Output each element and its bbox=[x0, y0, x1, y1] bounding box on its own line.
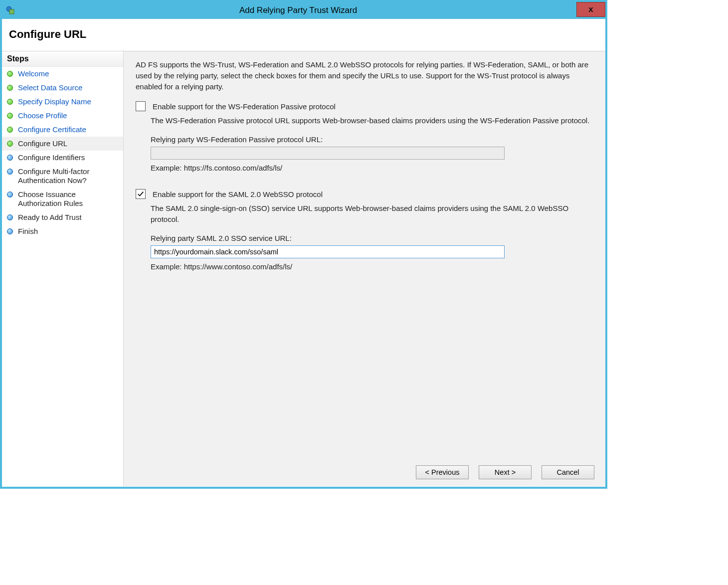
wsfed-description: The WS-Federation Passive protocol URL s… bbox=[151, 115, 593, 126]
step-bullet-icon bbox=[7, 71, 13, 77]
app-icon bbox=[6, 6, 15, 15]
step-choose-profile[interactable]: Choose Profile bbox=[2, 109, 123, 123]
step-choose-issuance-authorization-rules: Choose Issuance Authorization Rules bbox=[2, 188, 123, 210]
step-label: Configure Identifiers bbox=[18, 153, 118, 162]
step-specify-display-name[interactable]: Specify Display Name bbox=[2, 95, 123, 109]
step-label: Ready to Add Trust bbox=[18, 213, 118, 222]
step-label: Configure URL bbox=[18, 139, 118, 148]
close-button[interactable]: x bbox=[576, 2, 605, 17]
step-bullet-icon bbox=[7, 85, 13, 91]
step-configure-url: Configure URL bbox=[2, 137, 123, 151]
wizard-body: Steps WelcomeSelect Data SourceSpecify D… bbox=[2, 51, 605, 486]
steps-header: Steps bbox=[2, 51, 123, 67]
window-title: Add Relying Party Trust Wizard bbox=[21, 5, 605, 15]
wsfed-url-input[interactable] bbox=[151, 147, 505, 160]
step-bullet-icon bbox=[7, 155, 13, 161]
next-button[interactable]: Next > bbox=[479, 465, 532, 479]
step-bullet-icon bbox=[7, 169, 13, 175]
step-label: Finish bbox=[18, 227, 118, 236]
page-header: Configure URL bbox=[2, 19, 605, 51]
step-configure-certificate[interactable]: Configure Certificate bbox=[2, 123, 123, 137]
content-panel: AD FS supports the WS-Trust, WS-Federati… bbox=[124, 51, 605, 486]
svg-rect-1 bbox=[9, 9, 14, 14]
step-label: Choose Issuance Authorization Rules bbox=[18, 190, 118, 208]
saml-checkbox-label: Enable support for the SAML 2.0 WebSSO p… bbox=[153, 190, 323, 198]
step-bullet-icon bbox=[7, 127, 13, 133]
step-label: Welcome bbox=[18, 69, 118, 78]
step-select-data-source[interactable]: Select Data Source bbox=[2, 81, 123, 95]
step-ready-to-add-trust: Ready to Add Trust bbox=[2, 210, 123, 224]
titlebar: Add Relying Party Trust Wizard x bbox=[2, 2, 605, 19]
saml-url-input[interactable] bbox=[151, 245, 505, 258]
wsfed-checkbox[interactable] bbox=[136, 101, 146, 111]
step-configure-identifiers: Configure Identifiers bbox=[2, 151, 123, 165]
wsfed-example: Example: https://fs.contoso.com/adfs/ls/ bbox=[151, 164, 593, 172]
step-label: Configure Certificate bbox=[18, 125, 118, 134]
step-bullet-icon bbox=[7, 141, 13, 147]
page-title: Configure URL bbox=[9, 28, 598, 41]
saml-section: Enable support for the SAML 2.0 WebSSO p… bbox=[136, 189, 593, 271]
steps-sidebar: Steps WelcomeSelect Data SourceSpecify D… bbox=[2, 51, 124, 486]
saml-checkbox[interactable] bbox=[136, 189, 146, 199]
step-label: Select Data Source bbox=[18, 83, 118, 92]
step-bullet-icon bbox=[7, 214, 13, 220]
cancel-button[interactable]: Cancel bbox=[542, 465, 594, 479]
step-label: Specify Display Name bbox=[18, 97, 118, 106]
wsfed-checkbox-label: Enable support for the WS-Federation Pas… bbox=[153, 102, 336, 111]
step-label: Choose Profile bbox=[18, 111, 118, 120]
step-finish: Finish bbox=[2, 224, 123, 238]
wsfed-section: Enable support for the WS-Federation Pas… bbox=[136, 101, 593, 172]
saml-example: Example: https://www.contoso.com/adfs/ls… bbox=[151, 262, 593, 271]
saml-description: The SAML 2.0 single-sign-on (SSO) servic… bbox=[151, 203, 593, 225]
step-bullet-icon bbox=[7, 99, 13, 105]
previous-button[interactable]: < Previous bbox=[416, 465, 469, 479]
wizard-button-bar: < Previous Next > Cancel bbox=[416, 465, 594, 479]
step-bullet-icon bbox=[7, 228, 13, 234]
step-bullet-icon bbox=[7, 192, 13, 197]
step-configure-multi-factor-authentication-now: Configure Multi-factor Authentication No… bbox=[2, 165, 123, 188]
saml-url-label: Relying party SAML 2.0 SSO service URL: bbox=[151, 234, 593, 242]
wsfed-url-label: Relying party WS-Federation Passive prot… bbox=[151, 135, 593, 144]
wizard-window: Add Relying Party Trust Wizard x Configu… bbox=[0, 0, 607, 489]
wsfed-checkbox-row[interactable]: Enable support for the WS-Federation Pas… bbox=[136, 101, 593, 111]
intro-text: AD FS supports the WS-Trust, WS-Federati… bbox=[136, 59, 593, 92]
step-welcome[interactable]: Welcome bbox=[2, 67, 123, 81]
close-icon: x bbox=[588, 4, 593, 14]
step-label: Configure Multi-factor Authentication No… bbox=[18, 167, 118, 185]
saml-checkbox-row[interactable]: Enable support for the SAML 2.0 WebSSO p… bbox=[136, 189, 593, 199]
step-bullet-icon bbox=[7, 113, 13, 119]
